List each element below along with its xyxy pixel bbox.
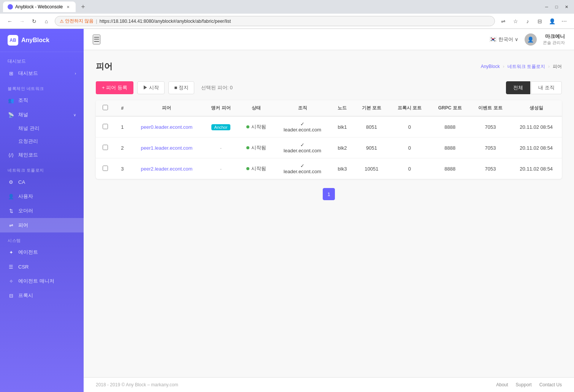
row-select-checkbox[interactable]: [103, 124, 108, 129]
org-check: ✓: [279, 163, 325, 169]
peer-link[interactable]: peer2.leader.econt.com: [141, 166, 193, 172]
table-row: 2 peer1.leader.econt.com - 시작됨 ✓leader.e…: [96, 138, 562, 158]
table-toolbar: + 피어 등록 ▶ 시작 ■ 정지 선택된 피어: 0 전체 내 조직: [96, 81, 562, 94]
footer-links: About Support Contact Us: [496, 382, 562, 387]
peer-link[interactable]: peer1.leader.econt.com: [141, 145, 193, 151]
peer-link[interactable]: peer0.leader.econt.com: [141, 124, 193, 130]
sidebar-csr-label: CSR: [18, 264, 29, 270]
row-base-port: 10051: [354, 158, 389, 179]
row-org: ✓leader.econt.com: [274, 138, 331, 158]
page-1-btn[interactable]: 1: [323, 188, 335, 200]
row-select-checkbox[interactable]: [103, 166, 108, 171]
row-anchor: Anchor: [203, 116, 239, 138]
breadcrumb-network[interactable]: 네트워크 토폴로지: [507, 63, 545, 70]
agent-icon: ✦: [8, 249, 14, 256]
dash: -: [220, 166, 222, 172]
row-checkbox[interactable]: [96, 158, 114, 179]
sidebar-item-agent-manager[interactable]: ✧ 에이전트 매니저: [0, 274, 84, 288]
page-header: 피어 AnyBlock › 네트워크 토폴로지 › 피어: [96, 61, 562, 72]
start-btn[interactable]: ▶ 시작: [137, 81, 165, 94]
sidebar-item-peer[interactable]: ⇌ 피어: [0, 218, 84, 232]
url-bar[interactable]: ⚠ 안전하지 않음 | https://18.180.144.41:8080/a…: [55, 16, 495, 26]
collection-btn[interactable]: ♪: [522, 16, 533, 27]
close-btn[interactable]: ✕: [562, 2, 571, 11]
translate-btn[interactable]: ⇌: [498, 16, 509, 27]
logo-icon: AB: [8, 35, 18, 46]
sidebar-item-ca[interactable]: ⚙ CA: [0, 175, 84, 189]
profile-btn[interactable]: 👤: [547, 16, 557, 27]
breadcrumb-anyblock[interactable]: AnyBlock: [481, 64, 500, 69]
status-dot-icon: [246, 146, 249, 149]
back-btn[interactable]: ←: [5, 16, 15, 27]
lang-chevron-icon: ∨: [515, 36, 519, 42]
filter-org-btn[interactable]: 내 조직: [531, 81, 562, 94]
sidebar-item-channel-mgmt[interactable]: 채널 관리: [0, 122, 84, 135]
lang-label: 한국어: [498, 36, 513, 43]
th-grpc-port: GRPC 포트: [430, 100, 470, 116]
anchor-badge: Anchor: [211, 124, 231, 130]
row-num: 3: [114, 158, 130, 179]
sidebar-item-channel[interactable]: 📡 채널 ∨: [0, 107, 84, 122]
warning-icon: ⚠: [60, 19, 64, 24]
new-tab-btn[interactable]: +: [79, 2, 87, 12]
sidebar-item-agent[interactable]: ✦ 에이전트: [0, 245, 84, 259]
top-header: ☰ 🇰🇷 한국어 ∨ 👤 마크에니 콘솔 관리자: [84, 29, 574, 50]
agent-manager-icon: ✧: [8, 278, 14, 285]
org-icon: 👥: [8, 97, 14, 104]
forward-btn[interactable]: →: [17, 16, 27, 27]
row-peer: peer2.leader.econt.com: [130, 158, 203, 179]
footer-about[interactable]: About: [496, 382, 508, 387]
row-proxy-port: 0: [389, 158, 430, 179]
user-name: 마크에니: [545, 33, 565, 40]
ca-icon: ⚙: [8, 179, 14, 185]
row-created: 20.11.02 08:54: [511, 158, 562, 179]
row-anchor: -: [203, 158, 239, 179]
sidebar-orderer-label: 오더러: [18, 207, 33, 214]
filter-all-btn[interactable]: 전체: [506, 81, 530, 94]
lang-selector[interactable]: 🇰🇷 한국어 ∨: [489, 36, 519, 43]
add-peer-btn[interactable]: + 피어 등록: [96, 81, 133, 94]
request-mgmt-label: 요청관리: [18, 138, 38, 144]
sidebar-item-orderer[interactable]: ⇅ 오더러: [0, 204, 84, 218]
chaincode-icon: ⟨/⟩: [8, 152, 14, 158]
row-node: blk2: [331, 138, 354, 158]
stop-btn[interactable]: ■ 정지: [168, 81, 194, 94]
sidebar-item-csr[interactable]: ☰ CSR: [0, 259, 84, 274]
sidebar-item-chaincode[interactable]: ⟨/⟩ 체인코드: [0, 148, 84, 162]
table-row: 3 peer2.leader.econt.com - 시작됨 ✓leader.e…: [96, 158, 562, 179]
sidebar-item-user[interactable]: 👤 사용자: [0, 189, 84, 204]
sidebar-item-org[interactable]: 👥 조직: [0, 93, 84, 107]
title-bar-left: Anyblock - Webconsole ✕ +: [3, 2, 87, 12]
sidebar-item-request-mgmt[interactable]: 요청관리: [0, 135, 84, 148]
sidebar-item-dashboard[interactable]: ⊞ 대시보드 ›: [0, 66, 84, 81]
pagination: 1: [96, 188, 562, 200]
footer-contact[interactable]: Contact Us: [539, 382, 562, 387]
menu-btn[interactable]: ⋯: [559, 16, 569, 27]
status-dot-icon: [246, 125, 249, 128]
row-checkbox[interactable]: [96, 138, 114, 158]
logo-text: AnyBlock: [21, 37, 49, 44]
dashboard-icon: ⊞: [8, 70, 14, 77]
row-checkbox[interactable]: [96, 116, 114, 138]
hamburger-btn[interactable]: ☰: [93, 35, 100, 44]
maximize-btn[interactable]: □: [552, 2, 561, 11]
row-select-checkbox[interactable]: [103, 145, 108, 150]
sidebar-org-label: 조직: [18, 97, 28, 104]
sidebar-ca-label: CA: [18, 179, 25, 185]
footer-support[interactable]: Support: [516, 382, 532, 387]
home-btn[interactable]: ⌂: [41, 16, 52, 27]
browser-tab[interactable]: Anyblock - Webconsole ✕: [3, 2, 76, 12]
sidebar-dashboard-label: 대시보드: [18, 70, 38, 77]
sidebar-item-proxy[interactable]: ⊟ 프록시: [0, 288, 84, 303]
browser-actions: ⇌ ☆ ♪ ⊟ 👤 ⋯: [498, 16, 569, 27]
minimize-btn[interactable]: ─: [542, 2, 551, 11]
row-proxy-port: 0: [389, 116, 430, 138]
row-status: 시작됨: [238, 138, 274, 158]
tab-close-btn[interactable]: ✕: [65, 4, 71, 10]
hub-btn[interactable]: ⊟: [534, 16, 545, 27]
th-base-port: 기본 포트: [354, 100, 389, 116]
star-btn[interactable]: ☆: [510, 16, 521, 27]
sidebar-chaincode-label: 체인코드: [18, 152, 38, 158]
select-all-checkbox[interactable]: [103, 105, 108, 110]
reload-btn[interactable]: ↻: [29, 16, 40, 27]
